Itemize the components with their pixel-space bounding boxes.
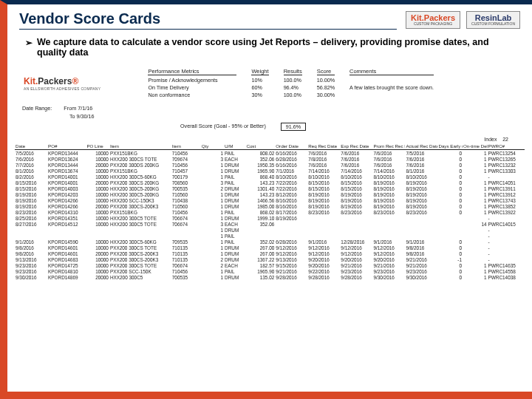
metrics-table: Performance Metrics Promise / Acknowledg… <box>148 68 434 99</box>
table-row: 8/25/2016KPORD1435110000HXX200 300C5 TOT… <box>15 215 525 221</box>
table-header: Item <box>109 143 171 150</box>
table-row: 8/23/2016KPORD1431010000PXX151BKG7104561… <box>15 209 525 215</box>
table-header: Exp Rec Date <box>340 143 372 150</box>
table-row: 7/5/2016KPORD1344410000PXX151BKG7104561P… <box>15 150 525 157</box>
table-row: 7/7/2016KPORD1344420000PXX200 300DS 200K… <box>15 162 525 168</box>
table-row: 8/19/2016KPORD1426610000HXX200 SCC-150K3… <box>15 197 525 203</box>
data-table: DatePO#PO LineItemItemQtyU/MCostOrder Da… <box>15 143 525 280</box>
slide-frame: Vendor Score Cards Kit.Packers CUSTOM PA… <box>0 0 532 399</box>
table-row: 8/2/2016KPORD1400110000HXX200 300C5-60KG… <box>15 174 525 180</box>
table-row: 1PAIL- <box>15 233 525 239</box>
report-brand: Kit.Packers® AN ELLSWORTH ADHESIVES COMP… <box>24 76 100 91</box>
table-header: Cost <box>245 143 275 150</box>
date-range: Date Range: From 7/1/16 <box>22 105 525 112</box>
slide-title: Vendor Score Cards <box>19 10 397 30</box>
table-row: 7/6/2016KPORD1362410000HXX200 300CS TOTE… <box>15 156 525 162</box>
table-row: 8/15/2016KPORD1400120000PXX200 300CS 200… <box>15 180 525 185</box>
table-row: 9/1/2016KPORD1459010000HXX200 300C5-60KG… <box>15 239 525 245</box>
table-row: 8/19/2016KPORD1420310000HXX200 300C5-200… <box>15 191 525 197</box>
logo-group: Kit.Packers CUSTOM PACKAGING ResinLab CU… <box>406 11 520 29</box>
resinlab-logo: ResinLab CUSTOM FORMULATION <box>466 11 520 29</box>
kitpackers-logo: Kit.Packers CUSTOM PACKAGING <box>406 11 460 29</box>
table-header: U/M <box>224 143 245 150</box>
table-header: Req Rec Date <box>307 143 340 150</box>
table-header: Item <box>171 143 201 150</box>
table-row: 8/27/2016KPORD1451210000HXX200 300C5 TOT… <box>15 221 525 227</box>
table-header: PWRC# <box>488 143 525 150</box>
index-line: Index 22 <box>15 137 525 142</box>
table-header: PO Line <box>86 143 109 150</box>
table-header: On-time Delivery <box>463 143 488 150</box>
overall-score: Overall Score (Goal - 95% or Better) 91.… <box>180 123 525 131</box>
table-body: 7/5/2016KPORD1344410000PXX151BKG7104561P… <box>15 150 525 281</box>
table-header: Prom Rec Rec Date <box>372 143 405 150</box>
table-row: 9/23/2016KPORD1472510000PXX200 300CS TOT… <box>15 262 525 268</box>
table-row: 8/1/2016KPORD1367410000PXX151BKG7104571D… <box>15 168 525 174</box>
table-header-row: DatePO#PO LineItemItemQtyU/MCostOrder Da… <box>15 143 525 150</box>
slide-header: Vendor Score Cards Kit.Packers CUSTOM PA… <box>7 4 532 33</box>
table-row: 9/13/2016KPORD1468310000PXX200 300CS-200… <box>15 256 525 262</box>
table-row: 8/15/2016KPORD1400310000HXX200 300C5-200… <box>15 185 525 191</box>
table-row: 9/30/2016KPORD1486920000HXX200 300C57005… <box>15 274 525 280</box>
table-header: PO# <box>47 143 86 150</box>
report-screenshot: Kit.Packers® AN ELLSWORTH ADHESIVES COMP… <box>7 64 532 280</box>
table-row: 1DRUM- <box>15 227 525 233</box>
table-header: Actual Rec Date <box>405 143 437 150</box>
table-header: Order Date <box>275 143 307 150</box>
report-header: Kit.Packers® AN ELLSWORTH ADHESIVES COMP… <box>15 68 525 99</box>
table-header: Days Early (Late) <box>437 143 463 150</box>
table-row: 9/8/2016KPORD1460110000PXX200 300CS TOTE… <box>15 245 525 250</box>
table-row: 8/19/2016KPORD1426620000PXX200 300CS-200… <box>15 203 525 209</box>
arrow-icon: ➢ <box>25 37 33 50</box>
table-row: 9/8/2016KPORD1460120000PXX200 300CS-200K… <box>15 250 525 256</box>
bullet-point: ➢ We capture data to calculate a vendor … <box>7 33 532 64</box>
bullet-text: We capture data to calculate a vendor sc… <box>37 37 514 58</box>
table-header: Date <box>15 143 47 150</box>
table-row: 9/23/2016KPORD1481010000PXX200 SCC-150K7… <box>15 268 525 274</box>
table-header: Qty <box>201 143 224 150</box>
